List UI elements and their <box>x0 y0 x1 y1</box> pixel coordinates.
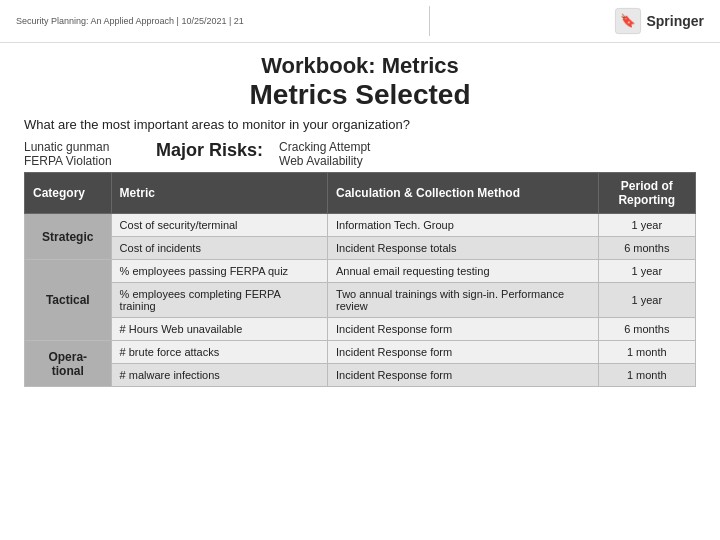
risks-right: Cracking Attempt Web Availability <box>279 140 370 168</box>
header-metric: Metric <box>111 173 327 214</box>
period-cell: 1 month <box>598 364 695 387</box>
calculation-cell: Incident Response form <box>328 364 599 387</box>
period-cell: 6 months <box>598 318 695 341</box>
metric-cell: # brute force attacks <box>111 341 327 364</box>
table-row: % employees completing FERPA trainingTwo… <box>25 283 696 318</box>
header-period: Period of Reporting <box>598 173 695 214</box>
category-cell: Opera-tional <box>25 341 112 387</box>
risk-right-1: Cracking Attempt <box>279 140 370 154</box>
risks-area: Lunatic gunman FERPA Violation Major Ris… <box>24 140 696 168</box>
header-meta: Security Planning: An Applied Approach |… <box>16 16 244 26</box>
period-cell: 1 year <box>598 283 695 318</box>
calculation-cell: Two annual trainings with sign-in. Perfo… <box>328 283 599 318</box>
metric-cell: Cost of incidents <box>111 237 327 260</box>
major-risks-label: Major Risks: <box>156 140 275 161</box>
calculation-cell: Information Tech. Group <box>328 214 599 237</box>
table-row: Tactical% employees passing FERPA quizAn… <box>25 260 696 283</box>
calculation-cell: Incident Response form <box>328 341 599 364</box>
table-row: Cost of incidentsIncident Response total… <box>25 237 696 260</box>
table-header-row: Category Metric Calculation & Collection… <box>25 173 696 214</box>
header: Security Planning: An Applied Approach |… <box>0 0 720 43</box>
metric-cell: % employees completing FERPA training <box>111 283 327 318</box>
svg-text:🔖: 🔖 <box>620 13 636 29</box>
period-cell: 1 year <box>598 214 695 237</box>
category-cell: Tactical <box>25 260 112 341</box>
content-area: What are the most important areas to mon… <box>0 117 720 387</box>
period-cell: 6 months <box>598 237 695 260</box>
table-row: Opera-tional# brute force attacksInciden… <box>25 341 696 364</box>
table-row: # malware infectionsIncident Response fo… <box>25 364 696 387</box>
metric-cell: % employees passing FERPA quiz <box>111 260 327 283</box>
title-line2: Metrics Selected <box>0 79 720 111</box>
main-title-area: Workbook: Metrics Metrics Selected <box>0 43 720 117</box>
header-category: Category <box>25 173 112 214</box>
question-text: What are the most important areas to mon… <box>24 117 696 132</box>
category-cell: Strategic <box>25 214 112 260</box>
period-cell: 1 month <box>598 341 695 364</box>
metric-cell: # Hours Web unavailable <box>111 318 327 341</box>
springer-logo-text: Springer <box>646 13 704 29</box>
header-calculation: Calculation & Collection Method <box>328 173 599 214</box>
risk-right-2: Web Availability <box>279 154 370 168</box>
springer-logo-icon: 🔖 <box>614 7 642 35</box>
table-row: # Hours Web unavailableIncident Response… <box>25 318 696 341</box>
risk-left-2: FERPA Violation <box>24 154 144 168</box>
period-cell: 1 year <box>598 260 695 283</box>
springer-logo: 🔖 Springer <box>614 7 704 35</box>
risk-left-1: Lunatic gunman <box>24 140 144 154</box>
metric-cell: Cost of security/terminal <box>111 214 327 237</box>
metric-cell: # malware infections <box>111 364 327 387</box>
calculation-cell: Annual email requesting testing <box>328 260 599 283</box>
title-line1: Workbook: Metrics <box>0 53 720 79</box>
table-row: StrategicCost of security/terminalInform… <box>25 214 696 237</box>
calculation-cell: Incident Response totals <box>328 237 599 260</box>
risks-left: Lunatic gunman FERPA Violation <box>24 140 144 168</box>
metrics-table: Category Metric Calculation & Collection… <box>24 172 696 387</box>
calculation-cell: Incident Response form <box>328 318 599 341</box>
